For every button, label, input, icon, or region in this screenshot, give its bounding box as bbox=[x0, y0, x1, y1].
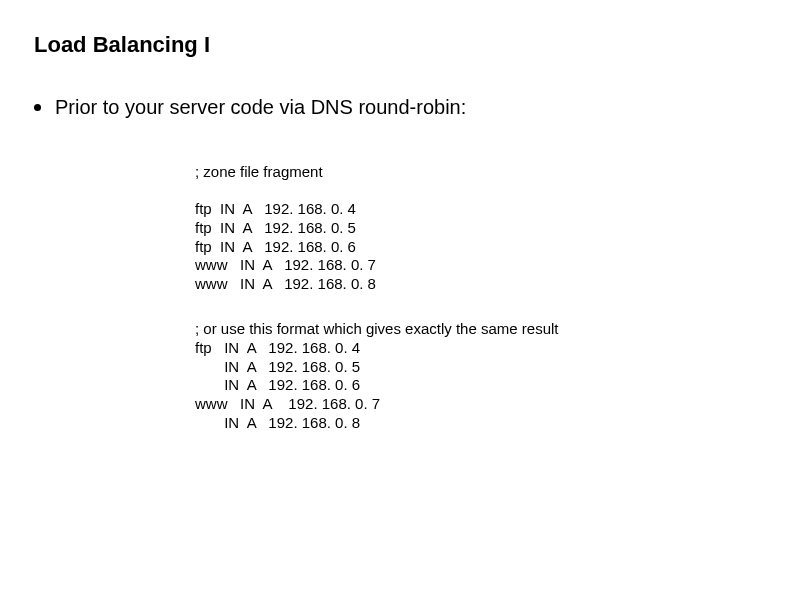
zone-comment-1: ; zone file fragment bbox=[195, 163, 323, 182]
bullet-text: Prior to your server code via DNS round-… bbox=[55, 96, 466, 119]
dns-records-block-2: ; or use this format which gives exactly… bbox=[195, 320, 558, 433]
bullet-item: Prior to your server code via DNS round-… bbox=[34, 96, 466, 119]
slide-title: Load Balancing I bbox=[34, 32, 210, 58]
bullet-dot-icon bbox=[34, 104, 41, 111]
dns-records-block-1: ftp IN A 192. 168. 0. 4 ftp IN A 192. 16… bbox=[195, 200, 376, 294]
